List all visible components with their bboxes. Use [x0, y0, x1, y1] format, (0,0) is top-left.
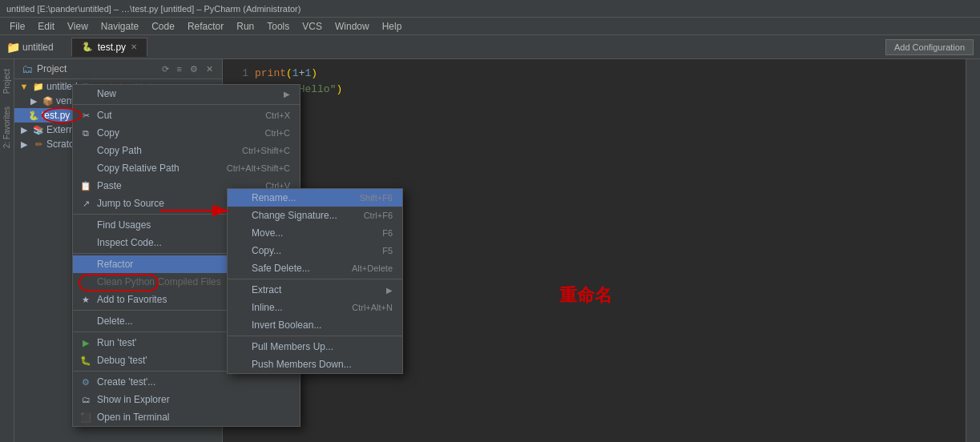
- editor-content: 1 2 print(1+1) print("Hello"): [223, 59, 966, 104]
- explorer-icon: 🗂: [79, 393, 92, 406]
- keyword-print-1: print: [255, 67, 286, 79]
- menu-help[interactable]: Help: [376, 19, 409, 34]
- tab-close-icon[interactable]: ✕: [131, 42, 137, 51]
- shortcut-signature: Ctrl+F6: [364, 211, 393, 220]
- submenu-item-rename[interactable]: Rename... Shift+F6: [228, 189, 402, 207]
- menu-run[interactable]: Run: [230, 19, 260, 34]
- submenu-label-push-down: Push Members Down...: [252, 359, 393, 370]
- submenu-label-invert: Invert Boolean...: [252, 319, 393, 331]
- left-tab-favorites[interactable]: 2: Favorites: [2, 100, 11, 155]
- submenu-item-extract[interactable]: Extract ▶: [228, 281, 402, 299]
- menu-navigate[interactable]: Navigate: [95, 19, 145, 34]
- menu-view[interactable]: View: [61, 19, 95, 34]
- shortcut-copy-path: Ctrl+Shift+C: [242, 146, 290, 155]
- folder-icon: 📁: [6, 41, 19, 54]
- paren-open-1: (: [286, 67, 292, 79]
- copy-icon: ⧉: [79, 127, 92, 139]
- submenu-item-pull-up[interactable]: Pull Members Up...: [228, 338, 402, 356]
- menu-item-cut[interactable]: ✂ Cut Ctrl+X: [73, 106, 300, 124]
- debug-icon: 🐛: [79, 354, 92, 367]
- submenu-item-copy[interactable]: Copy... F5: [228, 242, 402, 259]
- copy-rel-icon: [79, 162, 92, 175]
- new-arrow-icon: ▶: [284, 90, 290, 98]
- cut-icon: ✂: [79, 109, 92, 122]
- menu-label-copy-path: Copy Path: [97, 145, 237, 156]
- add-configuration-button[interactable]: Add Configuration: [885, 39, 974, 55]
- menu-file[interactable]: File: [3, 19, 31, 34]
- submenu-copy-icon: [234, 244, 247, 257]
- submenu-item-invert[interactable]: Invert Boolean...: [228, 316, 402, 334]
- num-1: 1: [292, 67, 299, 79]
- code-line-1: print(1+1): [255, 66, 966, 82]
- menu-tools[interactable]: Tools: [260, 19, 296, 34]
- menu-label-copy-rel: Copy Relative Path: [97, 163, 222, 174]
- sidebar-close-btn[interactable]: ✕: [204, 63, 216, 75]
- menu-refactor[interactable]: Refactor: [181, 19, 230, 34]
- submenu-item-inline[interactable]: Inline... Ctrl+Alt+N: [228, 299, 402, 316]
- submenu-label-extract: Extract: [252, 284, 381, 295]
- tree-folder-icon: 📁: [32, 80, 45, 93]
- menu-code[interactable]: Code: [145, 19, 181, 34]
- favorites-icon: ★: [79, 293, 92, 306]
- push-down-icon: [234, 358, 247, 371]
- shortcut-move: F6: [382, 228, 393, 238]
- find-icon: [79, 219, 92, 231]
- submenu-label-signature: Change Signature...: [252, 210, 359, 221]
- delete-icon: [79, 315, 92, 327]
- shortcut-copy-rel: Ctrl+Alt+Shift+C: [227, 163, 290, 173]
- submenu-item-signature[interactable]: Change Signature... Ctrl+F6: [228, 207, 402, 224]
- sidebar-settings-btn[interactable]: ⚙: [188, 63, 200, 75]
- menu-label-cut: Cut: [97, 110, 260, 121]
- tree-external-icon: 📚: [32, 123, 45, 136]
- project-label: untitled: [22, 42, 54, 53]
- submenu-item-safe-delete[interactable]: Safe Delete... Alt+Delete: [228, 259, 402, 277]
- sidebar-sync-btn[interactable]: ⟳: [159, 63, 171, 75]
- right-tabs: [966, 59, 980, 442]
- run-icon: ▶: [79, 336, 92, 349]
- submenu-label-safe-delete: Safe Delete...: [252, 263, 347, 274]
- tab-test-py[interactable]: 🐍 test.py ✕: [71, 38, 147, 57]
- line-num-1: 1: [223, 66, 248, 82]
- inline-icon: [234, 301, 247, 314]
- sidebar-actions: ⟳ ≡ ⚙ ✕: [159, 63, 216, 75]
- tree-expand-icon: ▼: [18, 80, 30, 93]
- menu-window[interactable]: Window: [329, 19, 376, 34]
- paren-close-1: ): [311, 67, 317, 79]
- submenu-item-push-down[interactable]: Push Members Down...: [228, 356, 402, 373]
- shortcut-rename: Shift+F6: [360, 193, 393, 203]
- move-icon: [234, 227, 247, 239]
- menu-bar: File Edit View Navigate Code Refactor Ru…: [0, 18, 980, 35]
- sidebar-collapse-btn[interactable]: ≡: [175, 63, 184, 75]
- menu-item-copy-path[interactable]: Copy Path Ctrl+Shift+C: [73, 142, 300, 159]
- menu-item-copy[interactable]: ⧉ Copy Ctrl+C: [73, 124, 300, 142]
- menu-item-new[interactable]: New ▶: [73, 85, 300, 102]
- submenu-label-rename: Rename...: [252, 192, 355, 203]
- menu-vcs[interactable]: VCS: [296, 19, 329, 34]
- menu-item-terminal[interactable]: ⬛ Open in Terminal: [73, 408, 300, 426]
- submenu-label-pull-up: Pull Members Up...: [252, 341, 393, 352]
- shortcut-copy: Ctrl+C: [265, 128, 290, 138]
- submenu-item-move[interactable]: Move... F6: [228, 224, 402, 242]
- rename-icon: [234, 191, 247, 204]
- shortcut-safe-delete: Alt+Delete: [352, 263, 393, 273]
- left-tab-project[interactable]: Project: [2, 62, 11, 100]
- tree-label-testpy: test.py: [42, 110, 70, 121]
- refactor-icon: [79, 258, 92, 271]
- copy-path-icon: [79, 144, 92, 157]
- menu-label-new: New: [97, 88, 279, 99]
- menu-item-copy-rel[interactable]: Copy Relative Path Ctrl+Alt+Shift+C: [73, 159, 300, 177]
- tab-label: test.py: [98, 42, 126, 53]
- tab-py-icon: 🐍: [82, 42, 93, 52]
- submenu-sep-2: [228, 336, 402, 336]
- tree-scratches-icon: ✏: [32, 138, 45, 151]
- terminal-icon: ⬛: [79, 411, 92, 424]
- new-icon: [79, 87, 92, 100]
- left-tabs: Project 2: Favorites: [0, 59, 14, 442]
- shortcut-submenu-copy: F5: [382, 246, 393, 255]
- menu-item-show-explorer[interactable]: 🗂 Show in Explorer: [73, 391, 300, 408]
- code-lines[interactable]: print(1+1) print("Hello"): [255, 66, 966, 98]
- menu-item-create[interactable]: ⚙ Create 'test'...: [73, 373, 300, 391]
- jump-icon: ↗: [79, 197, 92, 210]
- paste-icon: 📋: [79, 179, 92, 192]
- menu-edit[interactable]: Edit: [31, 19, 61, 34]
